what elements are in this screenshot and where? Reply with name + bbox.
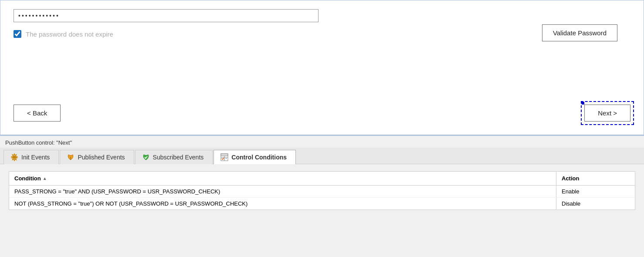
tab-control-conditions-label: Control Conditions (231, 154, 287, 161)
condition-header-label: Condition (14, 175, 41, 182)
validate-password-button[interactable]: Validate Password (542, 24, 617, 41)
password-expiry-row: The password does not expire (14, 30, 630, 38)
tab-subscribed-events-label: Subscribed Events (153, 154, 204, 161)
tabs-bar: Init Events Published Events Subscribed (0, 148, 644, 164)
password-input[interactable] (14, 9, 319, 22)
table-row[interactable]: NOT (PASS_STRONG = "true") OR NOT (USR_P… (9, 198, 635, 210)
table-header-row: Condition ▲ Action (9, 172, 635, 186)
table-row[interactable]: PASS_STRONG = "true" AND (USR_PASSWORD =… (9, 186, 635, 198)
action-column-header: Action (556, 172, 635, 185)
next-button-wrapper: Next > (584, 105, 630, 122)
row1-condition: PASS_STRONG = "true" AND (USR_PASSWORD =… (9, 186, 556, 197)
check-green-icon (142, 153, 150, 162)
row2-condition: NOT (PASS_STRONG = "true") OR NOT (USR_P… (9, 198, 556, 210)
password-expiry-checkbox[interactable] (14, 30, 21, 38)
next-button[interactable]: Next > (584, 105, 630, 122)
leaf-orange-icon (66, 153, 75, 162)
bottom-panel: PushButton control: "Next" Init Events (0, 135, 644, 210)
password-expiry-label: The password does not expire (26, 30, 113, 38)
tab-subscribed-events[interactable]: Subscribed Events (135, 150, 213, 164)
action-header-label: Action (562, 175, 579, 182)
control-conditions-icon (220, 153, 229, 162)
svg-rect-3 (221, 154, 228, 156)
conditions-table: Condition ▲ Action PASS_STRONG = "true" … (9, 171, 635, 210)
tab-published-events-label: Published Events (78, 154, 125, 161)
nav-buttons-row: < Back Next > (0, 105, 644, 122)
tab-published-events[interactable]: Published Events (60, 150, 134, 164)
tab-init-events-label: Init Events (21, 154, 50, 161)
password-field-wrapper (14, 9, 319, 22)
row1-action: Enable (556, 186, 635, 197)
tab-control-conditions[interactable]: Control Conditions (214, 150, 296, 164)
tab-init-events[interactable]: Init Events (3, 150, 59, 164)
control-label: PushButton control: "Next" (0, 136, 644, 148)
top-panel: The password does not expire Validate Pa… (0, 0, 644, 135)
row2-action: Disable (556, 198, 635, 210)
sort-ascending-icon: ▲ (43, 176, 47, 181)
back-button[interactable]: < Back (14, 105, 61, 122)
condition-column-header[interactable]: Condition ▲ (9, 172, 556, 185)
gear-orange-icon (10, 153, 19, 162)
